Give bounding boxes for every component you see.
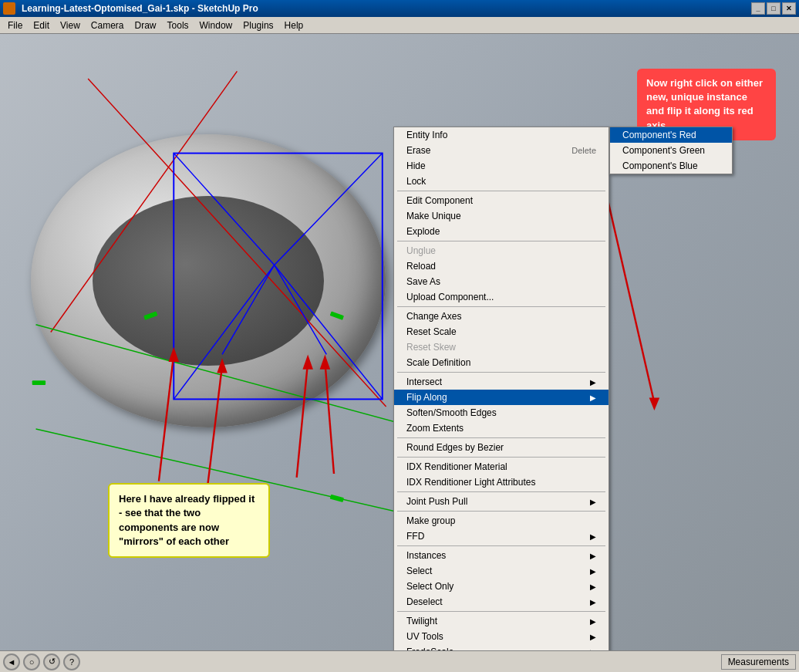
ctx-erase[interactable]: EraseDelete [394,143,609,158]
callout-bottom: Here I have already flipped it - see tha… [108,483,270,558]
submenu-flip-along: Component's Red Component's Green Compon… [609,127,733,174]
separator-10 [397,611,605,612]
menu-window[interactable]: Window [195,19,238,32]
ctx-select-only[interactable]: Select Only▶ [394,579,609,594]
ctx-make-group[interactable]: Make group [394,513,609,528]
menubar: File Edit View Camera Draw Tools Window … [0,17,799,34]
status-circle-button[interactable]: ○ [23,653,40,670]
app-icon [3,2,15,15]
menu-draw[interactable]: Draw [130,19,161,32]
ctx-reload[interactable]: Reload [394,258,609,274]
titlebar-left: Learning-Latest-Optomised_Gai-1.skp - Sk… [3,2,258,15]
ctx-flip-along[interactable]: Flip Along▶ [394,390,609,405]
status-help-button[interactable]: ? [63,653,80,670]
submenu-components-green[interactable]: Component's Green [610,143,732,158]
titlebar-title: Learning-Latest-Optomised_Gai-1.skp - Sk… [22,3,258,14]
ctx-upload-component[interactable]: Upload Component... [394,289,609,305]
menu-camera[interactable]: Camera [86,19,129,32]
main-area: Now right click on either new, unique in… [0,34,799,672]
close-button[interactable]: ✕ [782,2,796,15]
titlebar-controls[interactable]: _ □ ✕ [751,2,796,15]
separator-9 [397,545,605,546]
ctx-idx-material[interactable]: IDX Renditioner Material [394,459,609,474]
ctx-explode[interactable]: Explode [394,224,609,239]
menu-view[interactable]: View [56,19,85,32]
ctx-deselect[interactable]: Deselect▶ [394,594,609,610]
menu-help[interactable]: Help [280,19,308,32]
ctx-uv-tools[interactable]: UV Tools▶ [394,629,609,644]
ctx-zoom-extents[interactable]: Zoom Extents [394,420,609,436]
torus-shape [31,134,386,427]
titlebar: Learning-Latest-Optomised_Gai-1.skp - Sk… [0,0,799,17]
submenu-components-blue[interactable]: Component's Blue [610,158,732,174]
statusbar: ◄ ○ ↺ ? Measurements [0,650,799,672]
measurements-box: Measurements [721,654,796,670]
menu-plugins[interactable]: Plugins [238,19,278,32]
separator-1 [397,191,605,191]
torus-hole [93,196,324,366]
viewport[interactable]: Now right click on either new, unique in… [0,34,799,650]
ctx-select[interactable]: Select▶ [394,563,609,579]
measurements-label: Measurements [728,657,789,667]
ctx-scale-definition[interactable]: Scale Definition [394,355,609,370]
submenu-components-red[interactable]: Component's Red [610,127,732,143]
ctx-soften-smooth[interactable]: Soften/Smooth Edges [394,405,609,420]
ctx-ffd[interactable]: FFD▶ [394,528,609,544]
menu-edit[interactable]: Edit [29,19,54,32]
ctx-save-as[interactable]: Save As [394,274,609,289]
ctx-change-axes[interactable]: Change Axes [394,309,609,324]
ctx-round-edges[interactable]: Round Edges by Bezier [394,440,609,455]
separator-5 [397,437,605,438]
maximize-button[interactable]: □ [767,2,780,15]
status-undo-button[interactable]: ↺ [43,653,60,670]
ctx-entity-info[interactable]: Entity Info [394,127,609,143]
separator-3 [397,306,605,307]
separator-4 [397,372,605,373]
ctx-reset-skew: Reset Skew [394,339,609,355]
ctx-intersect[interactable]: Intersect▶ [394,374,609,390]
context-menu: Entity Info EraseDelete Hide Lock Edit C… [393,127,609,650]
separator-8 [397,511,605,512]
status-back-button[interactable]: ◄ [3,653,20,670]
separator-7 [397,491,605,492]
menu-tools[interactable]: Tools [163,19,194,32]
separator-6 [397,457,605,458]
separator-2 [397,241,605,241]
ctx-idx-light[interactable]: IDX Renditioner Light Attributes [394,474,609,490]
ctx-reset-scale[interactable]: Reset Scale [394,324,609,339]
ctx-unglue: Unglue [394,243,609,258]
ctx-edit-component[interactable]: Edit Component [394,193,609,208]
ctx-joint-push-pull[interactable]: Joint Push Pull▶ [394,494,609,509]
ctx-instances[interactable]: Instances▶ [394,548,609,563]
ctx-lock[interactable]: Lock [394,174,609,189]
ctx-hide[interactable]: Hide [394,158,609,174]
ctx-make-unique[interactable]: Make Unique [394,208,609,224]
ctx-twilight[interactable]: Twilight▶ [394,613,609,629]
ctx-fredoscale[interactable]: FredoScale▶ [394,644,609,650]
menu-file[interactable]: File [3,19,27,32]
minimize-button[interactable]: _ [751,2,765,15]
